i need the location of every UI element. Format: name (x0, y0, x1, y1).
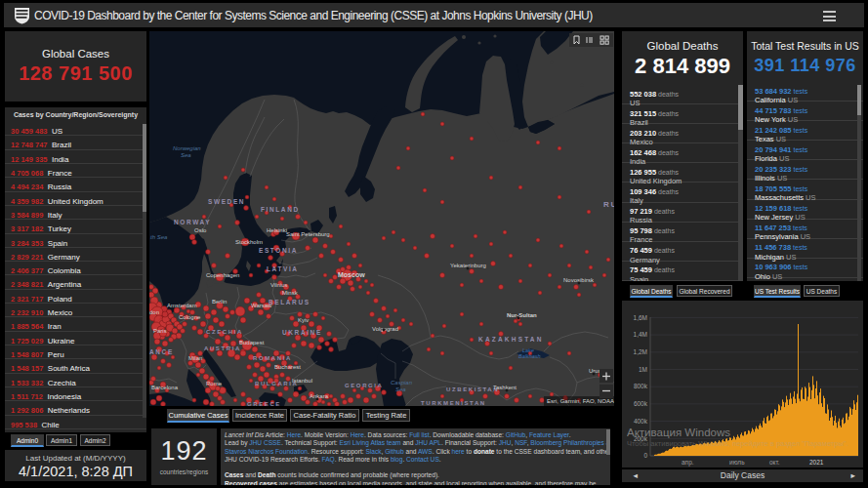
svg-text:400k: 400k (634, 418, 648, 425)
svg-text:Bucharest: Bucharest (274, 364, 301, 370)
svg-text:0: 0 (643, 452, 647, 459)
svg-text:Saint Petersburg: Saint Petersburg (286, 231, 330, 237)
svg-text:Активация Windows: Активация Windows (627, 427, 730, 438)
svg-text:Copenhagen: Copenhagen (206, 272, 239, 278)
svg-text:NORWAY: NORWAY (174, 219, 211, 225)
svg-text:Barcelona: Barcelona (151, 385, 179, 390)
svg-text:UKRAINE: UKRAINE (282, 329, 322, 336)
svg-text:Rome: Rome (206, 381, 223, 386)
svg-text:TURKMENISTAN: TURKMENISTAN (421, 400, 486, 406)
svg-text:Oslo: Oslo (194, 227, 207, 233)
svg-text:Cologne: Cologne (179, 314, 201, 320)
svg-text:GREECE: GREECE (247, 401, 281, 406)
svg-text:800k: 800k (634, 383, 648, 389)
svg-text:Amsterdam: Amsterdam (167, 303, 197, 308)
svg-text:Norwegian: Norwegian (173, 145, 201, 151)
svg-text:Caspian: Caspian (391, 380, 413, 386)
svg-text:GEORGIA: GEORGIA (345, 383, 384, 388)
svg-text:Kyiv: Kyiv (298, 317, 309, 323)
svg-text:th Sea: th Sea (150, 234, 168, 240)
svg-text:2021: 2021 (809, 459, 824, 466)
svg-text:Moscow: Moscow (338, 271, 365, 278)
svg-text:LATVIA: LATVIA (267, 265, 299, 272)
svg-text:600k: 600k (634, 400, 648, 407)
svg-text:KAZAKHSTAN: KAZAKHSTAN (478, 336, 544, 343)
svg-text:Balkhash: Balkhash (518, 353, 541, 359)
svg-text:SWEDEN: SWEDEN (208, 198, 245, 205)
svg-text:окт.: окт. (769, 459, 780, 466)
svg-text:Stockholm: Stockholm (235, 239, 263, 245)
svg-text:Volgograd: Volgograd (372, 326, 398, 332)
svg-text:RU: RU (603, 200, 614, 209)
svg-text:ROMANIA: ROMANIA (253, 355, 292, 361)
svg-text:Esri, Garmin, FAO, NOAA: Esri, Garmin, FAO, NOAA (547, 398, 614, 404)
svg-text:Sea: Sea (395, 386, 406, 392)
svg-text:AUSTRIA: AUSTRIA (204, 346, 241, 351)
svg-text:Ankara: Ankara (310, 393, 329, 399)
svg-text:Warsaw: Warsaw (251, 303, 272, 308)
svg-text:ESTONIA: ESTONIA (259, 247, 298, 254)
svg-text:1,6M: 1,6M (634, 314, 647, 321)
svg-text:Vilnius: Vilnius (270, 282, 288, 288)
svg-text:апр.: апр. (682, 459, 694, 467)
svg-text:1,4M: 1,4M (634, 331, 647, 338)
svg-text:FINLAND: FINLAND (261, 206, 300, 213)
svg-text:don: don (149, 309, 159, 315)
svg-text:BELARUS: BELARUS (269, 299, 310, 305)
svg-text:Helsinki: Helsinki (267, 227, 287, 233)
svg-text:1,2M: 1,2M (634, 348, 647, 355)
svg-text:Чтобы активировать Windows, пе: Чтобы активировать Windows, перейдите в … (627, 439, 848, 448)
svg-text:ANCE: ANCE (149, 348, 174, 355)
svg-text:Istanbul: Istanbul (292, 378, 312, 384)
svg-text:Berlin: Berlin (212, 299, 227, 305)
svg-text:июль: июль (729, 459, 745, 466)
svg-text:Sea: Sea (181, 152, 191, 158)
svg-text:Minsk: Minsk (282, 290, 299, 296)
svg-text:Nur-Sultan: Nur-Sultan (507, 312, 537, 318)
svg-text:CZECHIA: CZECHIA (206, 329, 243, 335)
svg-text:1M: 1M (639, 366, 647, 373)
svg-text:Budapest: Budapest (239, 340, 265, 346)
svg-text:UZBEKISTAN: UZBEKISTAN (446, 386, 499, 392)
svg-text:Milan: Milan (188, 355, 202, 361)
svg-text:Tashkent: Tashkent (493, 385, 517, 390)
svg-text:Paris: Paris (153, 328, 167, 334)
